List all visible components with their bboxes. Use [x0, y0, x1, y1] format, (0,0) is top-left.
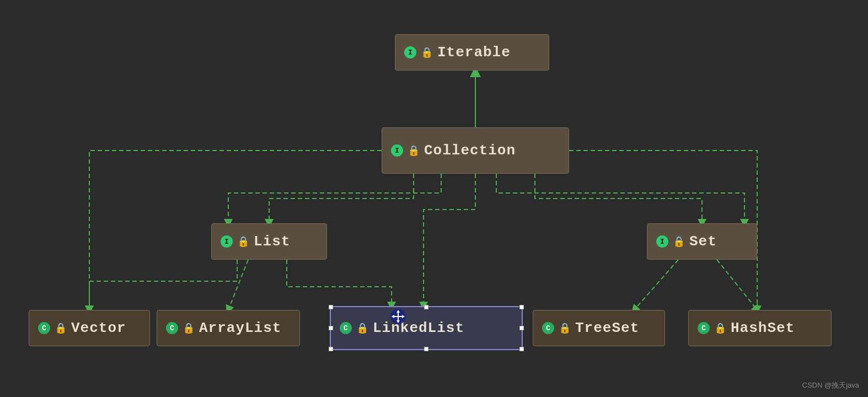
- arraylist-badge: C: [166, 322, 178, 334]
- iterable-lock-icon: 🔒: [421, 46, 433, 58]
- set-label: Set: [689, 233, 717, 250]
- treeset-label: TreeSet: [575, 320, 639, 336]
- list-label: List: [254, 233, 290, 250]
- hashset-lock-icon: 🔒: [714, 322, 726, 334]
- treeset-node[interactable]: C 🔒 TreeSet: [533, 310, 665, 346]
- vector-badge: C: [38, 322, 50, 334]
- arraylist-node[interactable]: C 🔒 ArrayList: [157, 310, 300, 346]
- treeset-badge: C: [542, 322, 554, 334]
- list-node[interactable]: I 🔒 List: [211, 223, 327, 260]
- diagram-container: I 🔒 Iterable I 🔒 Collection I 🔒 List I 🔒…: [0, 0, 868, 397]
- handle-bc: [424, 347, 428, 351]
- set-node[interactable]: I 🔒 Set: [647, 223, 757, 260]
- handle-ml: [329, 326, 333, 330]
- collection-label: Collection: [424, 142, 516, 159]
- treeset-lock-icon: 🔒: [559, 322, 571, 334]
- svg-line-4: [634, 260, 678, 310]
- iterable-node[interactable]: I 🔒 Iterable: [395, 34, 549, 71]
- iterable-badge: I: [404, 46, 416, 58]
- list-badge: I: [221, 235, 233, 248]
- linkedlist-lock-icon: 🔒: [356, 322, 368, 334]
- set-badge: I: [656, 235, 668, 248]
- handle-br: [519, 347, 524, 351]
- vector-node[interactable]: C 🔒 Vector: [29, 310, 150, 346]
- list-lock-icon: 🔒: [237, 235, 249, 248]
- handle-mr: [519, 326, 524, 330]
- linkedlist-badge: C: [340, 322, 352, 334]
- vector-lock-icon: 🔒: [55, 322, 67, 334]
- handle-tl: [329, 305, 333, 309]
- arraylist-lock-icon: 🔒: [183, 322, 195, 334]
- svg-rect-12: [394, 316, 402, 317]
- linkedlist-node[interactable]: C 🔒 LinkedList: [330, 306, 523, 350]
- move-cursor-icon: [389, 308, 407, 325]
- handle-tc: [424, 305, 428, 309]
- watermark: CSDN @挽天java: [802, 380, 860, 390]
- hashset-badge: C: [698, 322, 710, 334]
- iterable-label: Iterable: [437, 44, 511, 61]
- svg-line-3: [228, 260, 248, 310]
- hashset-node[interactable]: C 🔒 HashSet: [688, 310, 832, 346]
- handle-tr: [519, 305, 524, 309]
- collection-node[interactable]: I 🔒 Collection: [382, 127, 569, 174]
- hashset-label: HashSet: [731, 320, 795, 336]
- arraylist-label: ArrayList: [199, 320, 281, 336]
- set-lock-icon: 🔒: [673, 235, 685, 248]
- collection-badge: I: [391, 144, 403, 157]
- collection-lock-icon: 🔒: [408, 144, 420, 157]
- svg-line-5: [717, 260, 757, 310]
- handle-bl: [329, 347, 333, 351]
- linkedlist-label: LinkedList: [373, 320, 464, 336]
- vector-label: Vector: [71, 320, 126, 336]
